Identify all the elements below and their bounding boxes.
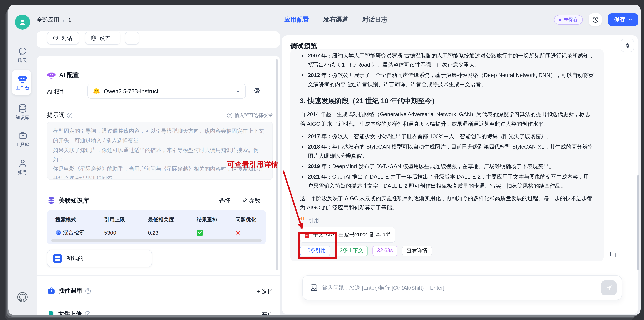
help-icon[interactable]: [67, 113, 72, 118]
edit-icon: [241, 198, 247, 204]
citation-block: “ 引用 PDF 中文-AIGC白皮书2022_副本.pdf 10: [300, 217, 594, 256]
tab-app-config[interactable]: 应用配置: [284, 16, 309, 24]
help-icon[interactable]: [85, 311, 90, 315]
tab-publish-channel[interactable]: 发布渠道: [323, 16, 348, 24]
dataset-item[interactable]: 测试的: [47, 250, 152, 267]
save-button-label: 保存: [614, 16, 625, 23]
robot-icon: [47, 71, 56, 79]
sidebar-item-account[interactable]: 账号: [8, 159, 37, 176]
message-list-top: 2007 年：纽约大学人工智能研究员罗斯·古德温装配的人工智能系统通过对公路旅行…: [300, 51, 594, 89]
horizontal-scrollbar[interactable]: [51, 239, 262, 242]
sidebar-item-chat[interactable]: 聊天: [8, 47, 37, 64]
response-badges: 10条引用 3条上下文 32.68s 查看详情: [300, 246, 594, 256]
help-icon[interactable]: [86, 288, 91, 294]
right-panel-scrollbar[interactable]: [637, 175, 640, 271]
ai-model-label: AI 模型: [47, 88, 66, 96]
knowledge-base-settings-card[interactable]: 搜索模式 引用上限 最低相关度 结果重排 问题优化 混合检索 5300 0.23: [47, 210, 266, 244]
knowledge-base-title-label: 关联知识库: [59, 197, 89, 205]
chevron-down-icon: [236, 89, 240, 93]
prompt-label: 提示词: [47, 111, 64, 119]
chat-message-input[interactable]: [322, 284, 597, 291]
copy-icon[interactable]: [610, 251, 616, 258]
person-icon: [18, 159, 27, 168]
broom-icon: [624, 42, 631, 49]
plugin-section-title: 插件调用: [47, 287, 91, 295]
message-bullet: 2007 年：纽约大学人工智能研究员罗斯·古德温装配的人工智能系统通过对公路旅行…: [308, 51, 594, 69]
dataset-icon: [52, 253, 62, 263]
message-heading: 3. 快速发展阶段（21 世纪 10 年代中期至今）: [300, 95, 594, 107]
citation-header: “ 引用: [300, 217, 594, 224]
avatar[interactable]: [15, 14, 30, 29]
database-icon: [18, 104, 27, 113]
ai-config-section-title: AI 配置: [47, 71, 79, 79]
sidebar-item-label: 聊天: [8, 57, 37, 64]
chat-button[interactable]: 对话: [47, 32, 79, 44]
kb-col-min-relevance: 最低相关度: [148, 216, 196, 224]
message-bullet: 2021 年：OpenAI 推出了 DALL-E 并于一年后推出了升级版本 DA…: [308, 172, 594, 191]
duration-badge[interactable]: 32.68s: [372, 246, 398, 256]
message-bullet: 2012 年：微软公开展示了一个全自动同声传译系统，基于深层神经网络（Deep …: [308, 71, 594, 89]
chat-button-label: 对话: [62, 34, 72, 42]
divider: [37, 304, 280, 304]
check-icon: [196, 230, 203, 236]
more-button[interactable]: ···: [125, 32, 139, 44]
huggingface-icon: [93, 88, 100, 95]
unsaved-dot-icon: [558, 18, 561, 21]
sidebar-item-knowledge-base[interactable]: 知识库: [8, 104, 37, 121]
gear-icon: [90, 35, 97, 41]
sidebar-item-label: 工具箱: [8, 141, 37, 148]
clear-chat-button[interactable]: [621, 39, 634, 52]
chat-bubble-icon: [52, 35, 59, 41]
chevron-down-icon: [628, 17, 632, 22]
prompt-label-row: 提示词: [47, 111, 72, 119]
kb-params-button[interactable]: 参数: [241, 197, 260, 205]
divider: [322, 220, 594, 221]
breadcrumb-all-apps[interactable]: 全部应用: [37, 16, 59, 24]
desktop-background: 全部应用 / 1 应用配置 发布渠道 对话日志 未保存 保存: [0, 0, 644, 320]
document-icon: [47, 310, 55, 315]
kb-select-button[interactable]: + 选择: [214, 197, 230, 205]
sidebar-item-toolbox[interactable]: 工具箱: [8, 131, 37, 148]
prompt-hint-label: 输入"/"可选择变量: [234, 112, 273, 119]
message-bullet: 2018 年：英伟达发布的 StyleGAN 模型可以自动生成图片，目前已升级到…: [308, 142, 594, 160]
send-button[interactable]: [601, 280, 616, 295]
settings-button[interactable]: 设置: [85, 32, 120, 44]
message-bullet: 2017 年：微软人工智能少女"小冰"推出了世界首部 100%由人工智能创作的诗…: [308, 132, 594, 141]
ai-model-select[interactable]: Qwen2.5-72B-Instruct: [88, 84, 246, 99]
save-button[interactable]: 保存: [608, 13, 638, 26]
history-button[interactable]: [589, 13, 602, 26]
sidebar-item-workbench[interactable]: 工作台: [8, 74, 37, 91]
kb-value-rerank: [196, 229, 235, 236]
kb-value-search-mode: 混合检索: [56, 229, 104, 236]
ai-config-panel: AI 配置 AI 模型 Qwen2.5-72B-Instruct 提示词: [37, 56, 280, 315]
annotation-highlight-box: [298, 232, 336, 259]
github-icon[interactable]: [17, 292, 28, 303]
header-tabs: 应用配置 发布渠道 对话日志: [284, 16, 388, 24]
message-list-mid: 2017 年：微软人工智能少女"小冰"推出了世界首部 100%由人工智能创作的诗…: [300, 132, 594, 191]
tab-chat-logs[interactable]: 对话日志: [362, 16, 388, 24]
debug-preview-panel: 调试预览 2007 年：纽约大学人工智能研究员罗斯·古德温装配的人工智能系统通过…: [282, 35, 638, 314]
view-details-badge[interactable]: 查看详情: [402, 246, 432, 256]
unsaved-badge: 未保存: [554, 15, 582, 24]
model-settings-gear-icon[interactable]: [253, 87, 260, 94]
cross-icon: ✕: [235, 230, 240, 236]
context-count-badge[interactable]: 3条上下文: [335, 246, 368, 256]
message-paragraph: 这三个阶段反映了 AIGC 从最初的实验性项目到逐渐实用化，再到如今的多样化和高…: [300, 194, 594, 212]
toolbox-icon: [18, 131, 27, 140]
ai-model-value: Qwen2.5-72B-Instruct: [104, 88, 158, 94]
image-icon[interactable]: [310, 284, 318, 292]
chat-bubble-icon: [18, 47, 27, 56]
file-upload-status[interactable]: 开启: [262, 311, 273, 315]
dataset-item-label: 测试的: [67, 255, 84, 262]
sidebar-item-label: 账号: [8, 169, 37, 176]
prompt-textarea[interactable]: [47, 121, 273, 180]
chat-input-bar: [302, 276, 622, 300]
kb-col-quote-limit: 引用上限: [104, 216, 148, 224]
annotation-label: 可查看引用详情: [228, 160, 278, 169]
plugin-select-button[interactable]: + 选择: [257, 288, 273, 296]
file-upload-section-title: 文件上传: [47, 310, 90, 315]
annotation-arrow-icon: [273, 166, 311, 237]
kb-value-query-optimize: ✕: [235, 229, 266, 236]
divider: [37, 193, 280, 194]
kb-col-rerank: 结果重排: [196, 216, 235, 224]
